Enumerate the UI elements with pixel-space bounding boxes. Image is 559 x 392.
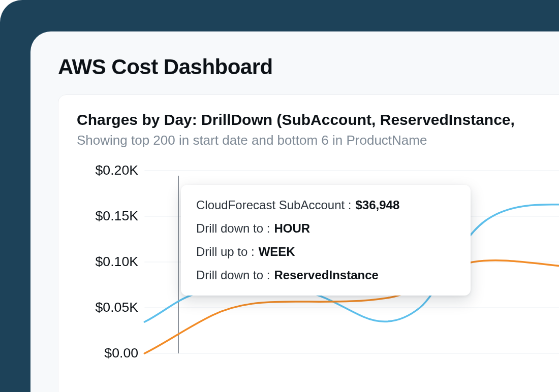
outer-panel: AWS Cost Dashboard Charges by Day: Drill… <box>0 0 559 392</box>
y-tick-label: $0.00 <box>104 345 138 361</box>
tooltip-row[interactable]: Drill up to : WEEK <box>196 245 455 259</box>
y-tick-label: $0.20K <box>96 162 139 178</box>
tooltip-value: ReservedInstance <box>274 268 378 282</box>
y-tick-label: $0.10K <box>96 254 139 269</box>
chart-subtitle: Showing top 200 in start date and bottom… <box>77 133 559 148</box>
tooltip-row[interactable]: Drill down to : HOUR <box>196 221 455 236</box>
tooltip-row[interactable]: Drill down to : ReservedInstance <box>196 268 455 282</box>
y-tick-label: $0.05K <box>96 300 139 315</box>
page-title: AWS Cost Dashboard <box>58 55 559 79</box>
tooltip-value: HOUR <box>274 221 310 236</box>
dashboard-card: AWS Cost Dashboard Charges by Day: Drill… <box>30 31 559 392</box>
chart-card: Charges by Day: DrillDown (SubAccount, R… <box>58 94 559 392</box>
chart-title: Charges by Day: DrillDown (SubAccount, R… <box>77 111 559 128</box>
tooltip-label: Drill down to : <box>196 268 270 282</box>
chart-area[interactable]: $0.20K $0.15K $0.10K $0.05K $0.00 CloudF <box>77 160 559 374</box>
tooltip-label: Drill up to : <box>196 245 255 259</box>
tooltip-label: Drill down to : <box>196 221 270 236</box>
y-tick-label: $0.15K <box>96 208 139 223</box>
tooltip-value: $36,948 <box>356 198 400 212</box>
tooltip-label: CloudForecast SubAccount : <box>196 198 352 212</box>
chart-tooltip: CloudForecast SubAccount : $36,948 Drill… <box>181 185 471 296</box>
tooltip-value: WEEK <box>259 245 295 259</box>
tooltip-row: CloudForecast SubAccount : $36,948 <box>196 198 455 212</box>
